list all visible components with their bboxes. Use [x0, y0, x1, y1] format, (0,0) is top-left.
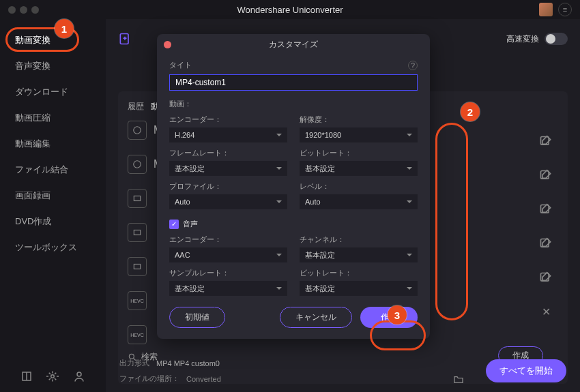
- sidebar-item-dvd[interactable]: DVD作成: [0, 209, 106, 235]
- cancel-button[interactable]: キャンセル: [280, 307, 352, 328]
- abitrate-select[interactable]: 基本設定: [300, 281, 418, 296]
- edit-icon[interactable]: [539, 203, 553, 217]
- reset-button[interactable]: 初期値: [169, 307, 225, 328]
- sidebar-item-merge[interactable]: ファイル結合: [0, 157, 106, 183]
- svg-rect-6: [134, 230, 140, 235]
- callout-1: 1: [55, 19, 74, 38]
- sidebar-item-compress[interactable]: 動画圧縮: [0, 105, 106, 131]
- edit-icon[interactable]: [539, 135, 553, 149]
- profile-select[interactable]: Auto: [169, 194, 287, 209]
- titlebar: Wondershare Uniconverter ≡: [0, 0, 580, 19]
- audio-encoder-select[interactable]: AAC: [169, 247, 287, 262]
- svg-rect-5: [134, 196, 140, 201]
- customize-modal: カスタマイズ タイト ? 動画： エンコーダー： H.264 解像度： 1920…: [157, 34, 430, 339]
- resolution-select[interactable]: 1920*1080: [300, 127, 418, 142]
- level-select[interactable]: Auto: [300, 194, 418, 209]
- audio-section-label: 音声: [183, 219, 198, 229]
- location-label: ファイルの場所：: [119, 374, 179, 384]
- folder-icon[interactable]: [453, 374, 464, 384]
- location-value[interactable]: Converted: [186, 375, 221, 383]
- audio-encoder-label: エンコーダー：: [169, 235, 287, 245]
- modal-title: カスタマイズ: [269, 39, 318, 50]
- sidebar-item-toolbox[interactable]: ツールボックス: [0, 235, 106, 260]
- sidebar-item-edit[interactable]: 動画編集: [0, 131, 106, 157]
- callout-3: 3: [388, 305, 407, 325]
- abitrate-label: ビットレート：: [300, 268, 418, 278]
- sidebar-item-record[interactable]: 画面録画: [0, 183, 106, 209]
- format-icon: [128, 121, 147, 140]
- avatar[interactable]: [539, 3, 553, 16]
- gear-icon[interactable]: [46, 370, 59, 382]
- format-icon: [128, 189, 147, 208]
- sidebar-item-audio-convert[interactable]: 音声変換: [0, 53, 106, 79]
- edit-icon[interactable]: [539, 169, 553, 183]
- video-section-label: 動画：: [169, 99, 418, 109]
- edit-column: ✕: [539, 135, 553, 318]
- encoder-label: エンコーダー：: [169, 115, 287, 125]
- channel-label: チャンネル：: [300, 235, 418, 245]
- callout-2: 2: [461, 102, 480, 121]
- modal-close-dot[interactable]: [164, 41, 171, 48]
- vbitrate-label: ビットレート：: [300, 148, 418, 158]
- sidebar-item-video-convert[interactable]: 動画変換: [0, 27, 106, 53]
- history-label[interactable]: 履歴: [128, 101, 144, 112]
- close-dot[interactable]: [8, 6, 16, 14]
- output-format-label: 出力形式: [119, 358, 149, 368]
- format-icon: [128, 155, 147, 174]
- close-icon[interactable]: ✕: [542, 305, 551, 318]
- menu-button[interactable]: ≡: [558, 3, 572, 16]
- user-icon[interactable]: [73, 370, 85, 382]
- help-icon[interactable]: ?: [408, 61, 418, 70]
- window-controls[interactable]: [8, 6, 39, 14]
- samplerate-label: サンプルレート：: [169, 268, 287, 278]
- minimize-dot[interactable]: [20, 6, 27, 14]
- speed-label: 高速変換: [506, 33, 539, 45]
- edit-icon[interactable]: [539, 237, 553, 251]
- speed-toggle[interactable]: [545, 33, 568, 45]
- framerate-select[interactable]: 基本設定: [169, 161, 287, 176]
- sidebar-item-download[interactable]: ダウンロード: [0, 79, 106, 105]
- title-input[interactable]: [169, 74, 418, 91]
- svg-point-3: [134, 127, 141, 134]
- encoder-select[interactable]: H.264: [169, 127, 287, 142]
- format-hevc-icon: HEVC: [128, 325, 147, 344]
- sidebar: 動画変換 音声変換 ダウンロード 動画圧縮 動画編集 ファイル結合 画面録画 D…: [0, 19, 106, 392]
- svg-point-1: [77, 372, 81, 376]
- format-hevc-icon: HEVC: [128, 291, 147, 310]
- format-icon: [128, 223, 147, 242]
- edit-icon[interactable]: [539, 271, 553, 285]
- book-icon[interactable]: [20, 370, 33, 382]
- zoom-dot[interactable]: [31, 6, 39, 14]
- app-title: Wondershare Uniconverter: [237, 5, 343, 15]
- audio-checkbox[interactable]: ✓: [169, 220, 179, 229]
- svg-point-0: [51, 375, 55, 378]
- svg-rect-7: [134, 265, 140, 269]
- svg-point-4: [134, 161, 141, 168]
- channel-select[interactable]: 基本設定: [300, 247, 418, 262]
- samplerate-select[interactable]: 基本設定: [169, 281, 287, 296]
- title-field-label: タイト: [169, 60, 192, 70]
- framerate-label: フレームレート：: [169, 148, 287, 158]
- level-label: レベル：: [300, 181, 418, 192]
- add-file-icon[interactable]: [118, 32, 132, 46]
- format-icon: [128, 257, 147, 276]
- vbitrate-select[interactable]: 基本設定: [300, 161, 418, 176]
- profile-label: プロファイル：: [169, 181, 287, 192]
- output-format-value[interactable]: MP4 MP4 custom0: [156, 359, 220, 367]
- start-all-button[interactable]: すべてを開始: [486, 359, 566, 382]
- resolution-label: 解像度：: [300, 115, 418, 125]
